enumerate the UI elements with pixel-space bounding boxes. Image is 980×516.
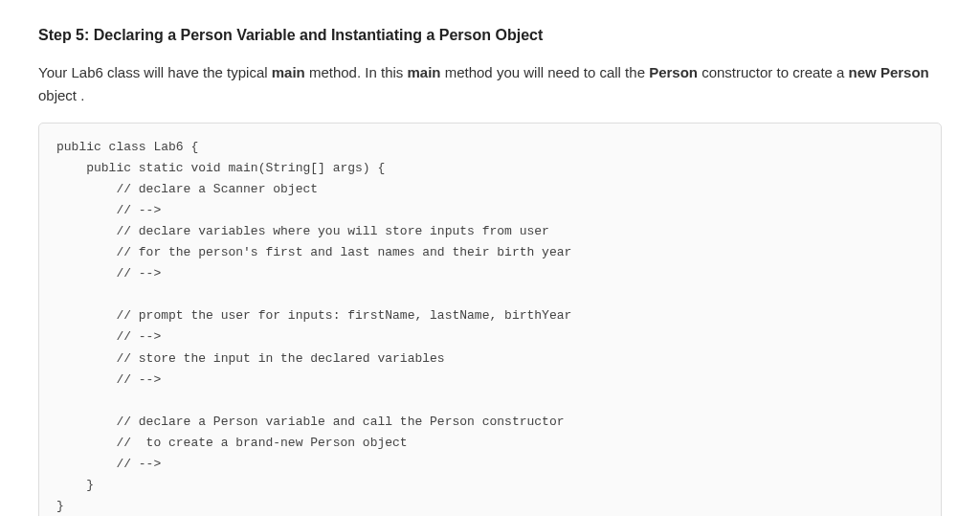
intro-bold-newperson: new Person: [849, 64, 929, 80]
intro-bold-main1: main: [272, 64, 305, 80]
intro-paragraph: Your Lab6 class will have the typical ma…: [38, 61, 942, 107]
intro-text: constructor to create a: [698, 64, 849, 80]
intro-bold-main2: main: [408, 64, 441, 80]
intro-text: method. In this: [305, 64, 408, 80]
intro-bold-person: Person: [649, 64, 698, 80]
step-heading: Step 5: Declaring a Person Variable and …: [38, 23, 942, 48]
intro-text: method you will need to call the: [441, 64, 650, 80]
intro-text: Your Lab6 class will have the typical: [38, 64, 272, 80]
intro-text: object .: [38, 87, 84, 103]
code-block: public class Lab6 { public static void m…: [38, 123, 942, 516]
